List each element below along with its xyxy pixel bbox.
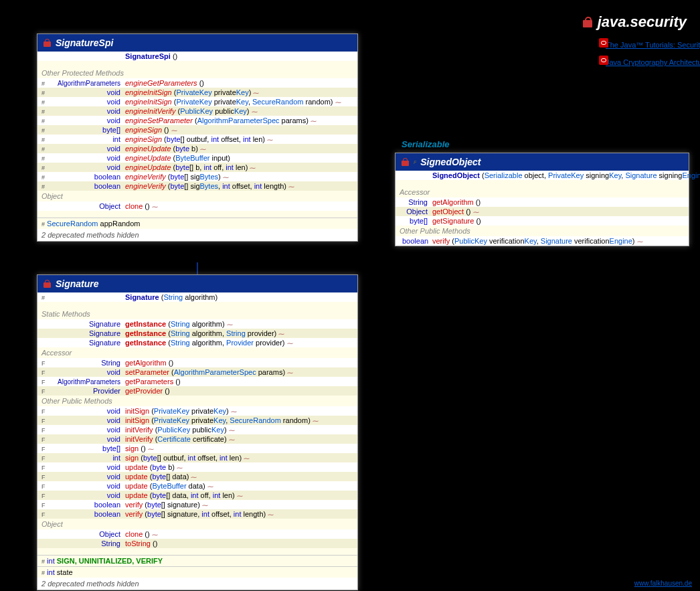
oracle-icon [599, 38, 608, 48]
method-row: #voidengineUpdate (byte[] b, int off, in… [37, 163, 357, 172]
card-body: #Signature (String algorithm) Static Met… [37, 292, 357, 578]
ctor-name: SignatureSpi [125, 52, 171, 60]
section-label: Accessor [37, 347, 357, 358]
field-row: # int state [37, 566, 357, 578]
footer-link[interactable]: www.falkhausen.de [634, 580, 692, 587]
hidden-note: 2 deprecated methods hidden [37, 578, 357, 590]
section-label: Static Methods [37, 309, 357, 319]
method-row: #voidengineInitSign (PrivateKey privateK… [37, 97, 357, 106]
method-row: Fvoidupdate (byte[] data, int off, int l… [37, 491, 357, 500]
method-row: #intengineSign (byte[] outbuf, int offse… [37, 135, 357, 144]
method-row: Fvoidupdate (byte[] data) ⁓ [37, 472, 357, 481]
method-row: StringgetAlgorithm () [396, 197, 689, 207]
class-name: SignatureSpi [56, 37, 113, 48]
constructor-row: #Signature (String algorithm) [37, 292, 357, 302]
method-row: SignaturegetInstance (String algorithm, … [37, 338, 357, 347]
card-body: SignedObject (Serializable object, Priva… [396, 171, 689, 246]
method-row: booleanverify (PublicKey verificationKey… [396, 236, 689, 246]
link-jca[interactable]: Java Cryptography Architecture (JCA) Ref… [606, 56, 679, 69]
method-row: #voidengineSetParameter (AlgorithmParame… [37, 116, 357, 125]
method-row: Objectclone () ⁓ [37, 529, 357, 539]
method-row: SignaturegetInstance (String algorithm, … [37, 329, 357, 338]
method-row: Objectclone () ⁓ [37, 201, 357, 211]
package-title: java.security [582, 13, 687, 31]
section-label: Other Protected Methods [37, 68, 357, 78]
class-card-signature: Signature #Signature (String algorithm) … [37, 274, 358, 590]
method-row: Fvoidupdate (ByteBuffer data) ⁓ [37, 481, 357, 491]
section-label: Object [37, 191, 357, 201]
link-row: The Java™ Tutorials: Security Features i… [595, 37, 687, 52]
method-row: byte[]getSignature () [396, 216, 689, 226]
section-label: Object [37, 519, 357, 529]
method-row: FProvidergetProvider () [37, 386, 357, 396]
method-row: ObjectgetObject () ⁓ [396, 207, 689, 216]
link-tutorials[interactable]: The Java™ Tutorials: Security Features i… [606, 38, 679, 52]
method-row: Fintsign (byte[] outbuf, int offset, int… [37, 453, 357, 462]
method-row: SignaturegetInstance (String algorithm) … [37, 319, 357, 329]
method-row: FvoidsetParameter (AlgorithmParameterSpe… [37, 367, 357, 377]
method-row: FvoidinitSign (PrivateKey privateKey, Se… [37, 416, 357, 425]
method-row: #voidengineUpdate (byte b) ⁓ [37, 144, 357, 153]
method-row: FvoidinitVerify (PublicKey publicKey) ⁓ [37, 425, 357, 434]
package-name: java.security [598, 13, 687, 30]
method-row: Fbyte[]sign () ⁓ [37, 444, 357, 453]
card-body: SignatureSpi () Other Protected Methods … [37, 52, 357, 229]
field-row: # int SIGN, UNINITIALIZED, VERIFY [37, 555, 357, 566]
method-row: FvoidinitSign (PrivateKey privateKey) ⁓ [37, 406, 357, 416]
class-card-signaturespi: SignatureSpi SignatureSpi () Other Prote… [37, 33, 358, 242]
method-row: #voidengineInitVerify (PublicKey publicK… [37, 106, 357, 116]
link-row: Java Cryptography Architecture (JCA) Ref… [595, 55, 687, 70]
class-name: SignedObject [420, 157, 480, 167]
ctor-params: () [173, 52, 177, 60]
method-row: FStringgetAlgorithm () [37, 358, 357, 367]
final-marker: F [414, 160, 416, 165]
section-label: Accessor [396, 187, 689, 197]
inheritance-connector [197, 262, 198, 274]
lock-icon [43, 39, 52, 48]
hidden-note: 2 deprecated methods hidden [37, 229, 357, 241]
constructor-row: SignatureSpi () [37, 52, 357, 61]
lock-icon [582, 16, 594, 28]
oracle-icon [599, 56, 608, 65]
method-row: #AlgorithmParametersengineGetParameters … [37, 78, 357, 88]
section-label: Other Public Methods [396, 226, 689, 236]
section-label: Other Public Methods [37, 396, 357, 406]
card-header[interactable]: Signature [37, 275, 357, 292]
constructor-row: SignedObject (Serializable object, Priva… [396, 171, 689, 180]
method-row: FAlgorithmParametersgetParameters () [37, 377, 357, 386]
reference-links: The Java™ Tutorials: Security Features i… [595, 37, 687, 72]
lock-icon [401, 158, 410, 167]
class-card-signedobject: F SignedObject SignedObject (Serializabl… [395, 153, 689, 246]
field-row: # SecureRandom appRandom [37, 218, 357, 229]
method-row: FvoidinitVerify (Certificate certificate… [37, 434, 357, 444]
method-row: Fbooleanverify (byte[] signature, int of… [37, 509, 357, 519]
interface-label: Serializable [402, 139, 450, 149]
method-row: Fbooleanverify (byte[] signature) ⁓ [37, 500, 357, 509]
method-row: StringtoString () [37, 539, 357, 548]
lock-icon [43, 280, 52, 288]
method-row: #voidengineInitSign (PrivateKey privateK… [37, 88, 357, 97]
method-row: #voidengineUpdate (ByteBuffer input) [37, 153, 357, 163]
method-row: Fvoidupdate (byte b) ⁓ [37, 462, 357, 472]
method-row: #booleanengineVerify (byte[] sigBytes, i… [37, 181, 357, 191]
class-name: Signature [56, 278, 99, 289]
method-row: #booleanengineVerify (byte[] sigBytes) ⁓ [37, 172, 357, 181]
card-header[interactable]: F SignedObject [396, 153, 689, 171]
card-header[interactable]: SignatureSpi [37, 34, 357, 52]
method-row: #byte[]engineSign () ⁓ [37, 125, 357, 135]
